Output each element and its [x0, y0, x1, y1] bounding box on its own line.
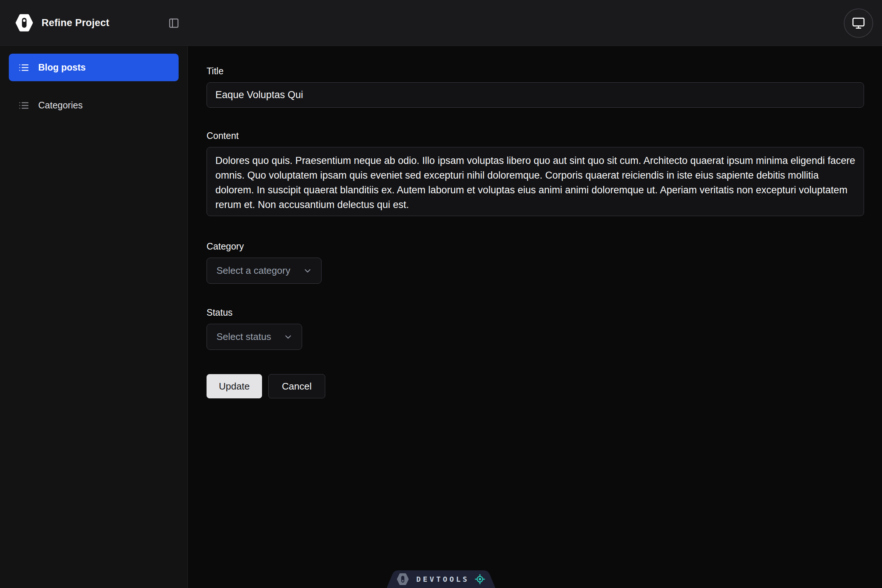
edit-form: Title Content Dolores quo quis. Praesent…	[188, 46, 882, 588]
title-label: Title	[207, 66, 864, 76]
devtools-label: DEVTOOLS	[416, 575, 469, 584]
cancel-button[interactable]: Cancel	[268, 374, 325, 398]
chevron-down-icon	[284, 332, 293, 342]
sidebar-item-label: Categories	[38, 100, 82, 111]
app-window: Refine Project Blog posts	[0, 0, 882, 588]
update-button[interactable]: Update	[207, 374, 262, 398]
list-icon	[18, 100, 29, 111]
locate-icon	[474, 574, 486, 585]
theme-toggle-button[interactable]	[844, 9, 873, 38]
sidebar-item-label: Blog posts	[38, 62, 86, 73]
status-label: Status	[207, 307, 864, 318]
sidebar: Blog posts Categories	[0, 46, 188, 588]
refine-devtools-logo-icon	[396, 573, 409, 585]
sidebar-item-blog-posts[interactable]: Blog posts	[9, 54, 178, 81]
form-actions: Update Cancel	[207, 374, 864, 398]
panel-left-icon	[168, 18, 179, 28]
category-select-placeholder: Select a category	[216, 265, 290, 276]
content-label: Content	[207, 130, 864, 141]
brand: Refine Project	[15, 14, 109, 32]
refine-logo-icon	[15, 14, 33, 32]
title-input[interactable]	[207, 82, 864, 108]
content-textarea[interactable]: Dolores quo quis. Praesentium neque ab o…	[207, 147, 864, 216]
monitor-icon	[852, 16, 865, 30]
sidebar-collapse-button[interactable]	[166, 15, 182, 31]
chevron-down-icon	[303, 266, 312, 276]
status-select[interactable]: Select status	[207, 324, 302, 350]
category-select[interactable]: Select a category	[207, 258, 322, 284]
devtools-pill[interactable]: DEVTOOLS	[387, 570, 495, 588]
list-icon	[18, 62, 29, 73]
app-title: Refine Project	[42, 17, 109, 28]
status-select-placeholder: Select status	[216, 331, 271, 342]
category-label: Category	[207, 241, 864, 252]
sidebar-item-categories[interactable]: Categories	[9, 92, 178, 119]
top-header: Refine Project	[0, 0, 882, 46]
